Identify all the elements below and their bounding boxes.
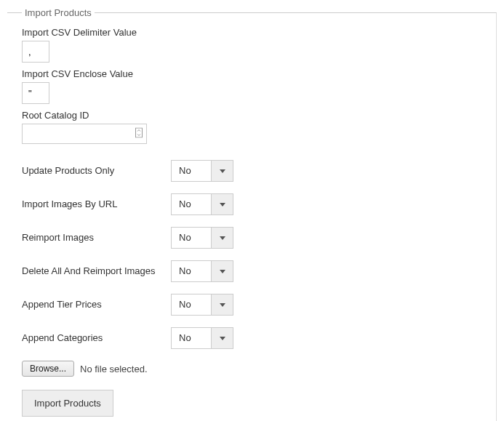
chevron-down-icon	[212, 193, 233, 215]
import-products-fieldset: Import Products Import CSV Delimiter Val…	[7, 7, 497, 421]
append-tier-select[interactable]: No	[171, 294, 233, 316]
import-by-url-select[interactable]: No	[171, 193, 233, 215]
reimport-label: Reimport Images	[22, 227, 171, 244]
append-cat-label: Append Categories	[22, 327, 171, 345]
append-tier-value: No	[171, 294, 212, 316]
append-tier-row: Append Tier Prices No	[22, 294, 481, 316]
delimiter-label: Import CSV Delimiter Value	[22, 27, 481, 38]
delimiter-group: Import CSV Delimiter Value	[22, 27, 481, 63]
append-cat-row: Append Categories No	[22, 327, 481, 349]
delete-reimport-value: No	[171, 260, 212, 282]
delimiter-input[interactable]	[22, 41, 49, 63]
root-catalog-input[interactable]	[22, 124, 147, 144]
update-only-select[interactable]: No	[171, 160, 233, 182]
delete-reimport-label: Delete All And Reimport Images	[22, 260, 171, 278]
delete-reimport-row: Delete All And Reimport Images No	[22, 260, 481, 282]
chevron-down-icon	[212, 227, 233, 249]
update-only-value: No	[171, 160, 212, 182]
enclose-input[interactable]	[22, 82, 49, 104]
import-by-url-value: No	[171, 193, 212, 215]
import-products-button[interactable]: Import Products	[22, 390, 113, 417]
delete-reimport-select[interactable]: No	[171, 260, 233, 282]
import-by-url-row: Import Images By URL No	[22, 193, 481, 215]
enclose-group: Import CSV Enclose Value	[22, 68, 481, 104]
chevron-down-icon	[212, 327, 233, 349]
append-tier-label: Append Tier Prices	[22, 294, 171, 311]
root-catalog-label: Root Catalog ID	[22, 110, 481, 121]
chevron-down-icon	[212, 160, 233, 182]
update-only-row: Update Products Only No	[22, 160, 481, 182]
import-by-url-label: Import Images By URL	[22, 193, 171, 211]
chevron-down-icon	[212, 294, 233, 316]
fieldset-legend: Import Products	[22, 7, 95, 18]
chevron-down-icon	[212, 260, 233, 282]
append-cat-select[interactable]: No	[171, 327, 233, 349]
root-catalog-group: Root Catalog ID	[22, 110, 481, 144]
enclose-label: Import CSV Enclose Value	[22, 68, 481, 79]
reimport-value: No	[171, 227, 212, 249]
file-picker-row: Browse... No file selected.	[22, 361, 481, 377]
reimport-select[interactable]: No	[171, 227, 233, 249]
reimport-row: Reimport Images No	[22, 227, 481, 249]
update-only-label: Update Products Only	[22, 160, 171, 177]
append-cat-value: No	[171, 327, 212, 349]
browse-button[interactable]: Browse...	[22, 361, 74, 377]
file-status-text: No file selected.	[80, 364, 148, 374]
